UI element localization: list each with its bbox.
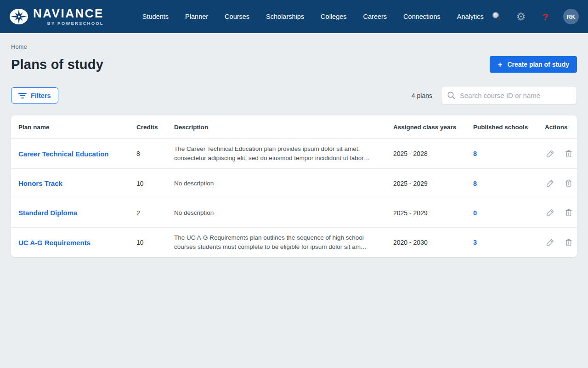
header-published: Published schools — [466, 115, 537, 139]
brand-subtitle: BY POWERSCHOOL — [47, 21, 104, 26]
table-row: Career Technical Education 8 The Career … — [11, 139, 577, 169]
plan-description: The Career Technical Education plan prov… — [174, 144, 379, 163]
edit-plan-button[interactable] — [545, 237, 556, 248]
trash-icon — [564, 208, 573, 217]
class-years-value: 2025 - 2029 — [386, 169, 466, 198]
search-input[interactable] — [460, 92, 571, 99]
create-plan-button[interactable]: + Create plan of study — [490, 56, 577, 73]
credits-value: 2 — [129, 198, 167, 228]
header-class-years: Assigned class years — [386, 115, 466, 139]
table-header-row: Plan name Credits Description Assigned c… — [11, 115, 577, 139]
class-years-value: 2025 - 2028 — [386, 139, 466, 169]
nav-item-courses[interactable]: Courses — [225, 13, 249, 20]
edit-plan-button[interactable] — [545, 178, 556, 189]
global-search-button[interactable] — [490, 10, 503, 23]
credits-value: 10 — [129, 228, 167, 258]
edit-plan-button[interactable] — [545, 207, 556, 218]
create-plan-label: Create plan of study — [507, 61, 569, 68]
filters-label: Filters — [31, 92, 51, 99]
nav-item-colleges[interactable]: Colleges — [321, 13, 346, 20]
gear-icon: ⚙ — [516, 12, 526, 22]
breadcrumb-home-link[interactable]: Home — [11, 43, 27, 50]
title-row: Plans of study + Create plan of study — [11, 56, 577, 73]
plan-name-link[interactable]: Standard Diploma — [18, 209, 77, 217]
brand-name: NAVIANCE — [33, 7, 104, 19]
user-avatar[interactable]: RK — [563, 9, 579, 24]
pencil-icon — [546, 178, 555, 188]
header-credits: Credits — [129, 115, 167, 139]
trash-icon — [564, 149, 573, 158]
trash-icon — [564, 178, 573, 188]
nav-item-analytics[interactable]: Analytics — [457, 13, 484, 20]
page-content: Home Plans of study + Create plan of stu… — [0, 43, 588, 257]
header-description: Description — [167, 115, 386, 139]
page-title: Plans of study — [11, 57, 103, 72]
plan-name-link[interactable]: UC A-G Requirements — [18, 239, 90, 247]
delete-plan-button[interactable] — [563, 148, 574, 159]
help-icon: ? — [543, 12, 548, 22]
plans-table-card: Plan name Credits Description Assigned c… — [11, 115, 577, 257]
plan-description: The UC A-G Requirements plan outlines th… — [174, 233, 379, 252]
credits-value: 10 — [129, 169, 167, 198]
plan-description: No description — [174, 179, 379, 188]
nav-item-scholarships[interactable]: Scholarships — [266, 13, 304, 20]
help-button[interactable]: ? — [539, 10, 552, 23]
delete-plan-button[interactable] — [563, 178, 574, 189]
table-row: Standard Diploma 2 No description 2025 -… — [11, 198, 577, 228]
nav-item-careers[interactable]: Careers — [363, 13, 387, 20]
published-schools-link[interactable]: 8 — [473, 180, 477, 187]
credits-value: 8 — [129, 139, 167, 169]
plan-description: No description — [174, 208, 379, 218]
pencil-icon — [546, 149, 555, 158]
class-years-value: 2025 - 2029 — [386, 198, 466, 228]
trash-icon — [564, 238, 573, 247]
delete-plan-button[interactable] — [563, 207, 574, 218]
search-icon — [447, 91, 456, 100]
header-plan-name: Plan name — [11, 115, 129, 139]
nav-item-connections[interactable]: Connections — [403, 13, 441, 20]
plus-icon: + — [498, 61, 502, 69]
table-row: UC A-G Requirements 10 The UC A-G Requir… — [11, 228, 577, 258]
published-schools-link[interactable]: 8 — [473, 150, 477, 157]
table-tools: 4 plans — [412, 86, 577, 105]
naviance-logo[interactable]: NAVIANCE BY POWERSCHOOL — [9, 7, 104, 26]
nav-item-planner[interactable]: Planner — [185, 13, 208, 20]
compass-logo-icon — [9, 8, 28, 25]
published-schools-link[interactable]: 3 — [473, 239, 477, 246]
navbar-utilities: ⚙ ? RK — [490, 9, 579, 24]
delete-plan-button[interactable] — [563, 237, 574, 248]
plan-name-link[interactable]: Honors Track — [18, 179, 62, 187]
plan-name-link[interactable]: Career Technical Education — [18, 150, 108, 158]
class-years-value: 2020 - 2030 — [386, 228, 466, 258]
filter-icon — [18, 92, 27, 99]
logo-text: NAVIANCE BY POWERSCHOOL — [33, 7, 104, 26]
filters-button[interactable]: Filters — [11, 87, 58, 104]
primary-nav: Students Planner Courses Scholarships Co… — [142, 13, 484, 20]
header-actions: Actions — [537, 115, 577, 139]
filters-row: Filters 4 plans — [11, 86, 577, 105]
pencil-icon — [546, 238, 555, 247]
plans-count: 4 plans — [412, 92, 432, 99]
table-row: Honors Track 10 No description 2025 - 20… — [11, 169, 577, 198]
top-navbar: NAVIANCE BY POWERSCHOOL Students Planner… — [0, 0, 588, 33]
nav-item-students[interactable]: Students — [142, 13, 169, 20]
plans-table: Plan name Credits Description Assigned c… — [11, 115, 577, 257]
breadcrumb: Home — [11, 43, 577, 50]
published-schools-link[interactable]: 0 — [473, 209, 477, 217]
table-search-box[interactable] — [441, 86, 577, 105]
search-icon — [491, 11, 502, 22]
edit-plan-button[interactable] — [545, 148, 556, 159]
settings-button[interactable]: ⚙ — [514, 10, 527, 23]
pencil-icon — [546, 208, 555, 217]
